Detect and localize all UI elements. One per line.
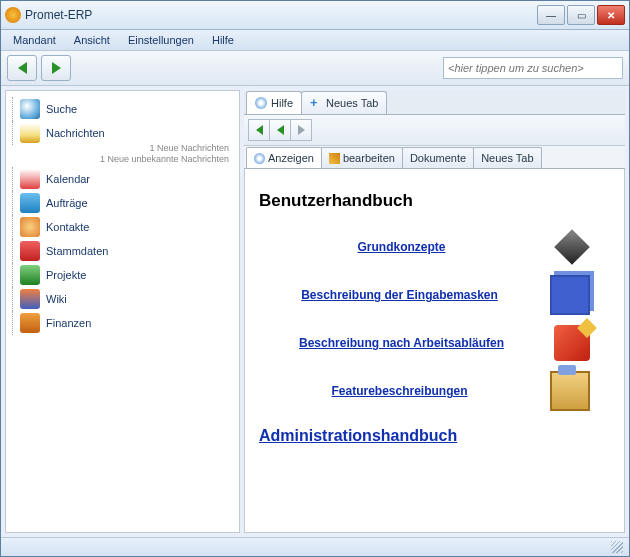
sidebar-item-stammdaten[interactable]: Stammdaten	[10, 239, 235, 263]
arrow-left-icon	[18, 62, 27, 74]
link-grundkonzepte[interactable]: Grundkonzepte	[259, 240, 544, 254]
sidebar: Suche Nachrichten 1 Neue Nachrichten 1 N…	[5, 90, 240, 533]
link-administrationshandbuch[interactable]: Administrationshandbuch	[259, 427, 610, 445]
content-area: Benutzerhandbuch Grundkonzepte Beschreib…	[244, 169, 625, 533]
page-title: Benutzerhandbuch	[259, 191, 610, 211]
projects-icon	[20, 265, 40, 285]
window-title: Promet-ERP	[25, 8, 537, 22]
sidebar-item-nachrichten[interactable]: Nachrichten	[10, 121, 235, 145]
sidebar-label: Projekte	[46, 269, 86, 281]
plus-icon: +	[310, 97, 322, 109]
menu-ansicht[interactable]: Ansicht	[66, 32, 118, 48]
edit-icon	[329, 153, 340, 164]
arrow-right-icon	[298, 125, 305, 135]
subtab-label: bearbeiten	[343, 152, 395, 164]
link-eingabemasken[interactable]: Beschreibung der Eingabemasken	[259, 288, 540, 302]
sidebar-label: Wiki	[46, 293, 67, 305]
search-input[interactable]	[443, 57, 623, 79]
sidebar-label: Finanzen	[46, 317, 91, 329]
nav-back-button[interactable]	[7, 55, 37, 81]
subtab-bearbeiten[interactable]: bearbeiten	[321, 147, 403, 168]
app-window: Promet-ERP — ▭ ✕ Mandant Ansicht Einstel…	[0, 0, 630, 557]
sidebar-item-suche[interactable]: Suche	[10, 97, 235, 121]
cube-icon	[554, 229, 590, 265]
sidebar-item-auftraege[interactable]: Aufträge	[10, 191, 235, 215]
subtabs: Anzeigen bearbeiten Dokumente Neues Tab	[244, 146, 625, 169]
resize-grip-icon[interactable]	[611, 541, 623, 553]
sidebar-item-wiki[interactable]: Wiki	[10, 287, 235, 311]
contacts-icon	[20, 217, 40, 237]
arrow-right-icon	[52, 62, 61, 74]
toolbar	[1, 51, 629, 86]
sidebar-label: Aufträge	[46, 197, 88, 209]
subtab-label: Anzeigen	[268, 152, 314, 164]
subtab-label: Dokumente	[410, 152, 466, 164]
subtab-anzeigen[interactable]: Anzeigen	[246, 147, 322, 168]
subtab-dokumente[interactable]: Dokumente	[402, 147, 474, 168]
link-arbeitsablaeufe[interactable]: Beschreibung nach Arbeitsabläufen	[259, 336, 544, 350]
tab-label: Neues Tab	[326, 97, 378, 109]
sidebar-label: Kalendar	[46, 173, 90, 185]
main-panel: Hilfe +Neues Tab Anzeigen bearbeiten Dok…	[244, 90, 625, 533]
sidebar-item-projekte[interactable]: Projekte	[10, 263, 235, 287]
nav-forward-button[interactable]	[41, 55, 71, 81]
arrow-left-icon	[277, 125, 284, 135]
titlebar: Promet-ERP — ▭ ✕	[1, 1, 629, 30]
view-icon	[254, 153, 265, 164]
link-featurebeschreibungen[interactable]: Featurebeschreibungen	[259, 384, 540, 398]
nav2-forward-button[interactable]	[290, 119, 312, 141]
subtab-neues[interactable]: Neues Tab	[473, 147, 541, 168]
menubar: Mandant Ansicht Einstellungen Hilfe	[1, 30, 629, 51]
arrow-left-icon	[256, 125, 263, 135]
menu-mandant[interactable]: Mandant	[5, 32, 64, 48]
search-icon	[20, 99, 40, 119]
sidebar-label: Suche	[46, 103, 77, 115]
app-icon	[5, 7, 21, 23]
maximize-button[interactable]: ▭	[567, 5, 595, 25]
tab-neues[interactable]: +Neues Tab	[301, 91, 387, 114]
menu-hilfe[interactable]: Hilfe	[204, 32, 242, 48]
tab-hilfe[interactable]: Hilfe	[246, 91, 302, 114]
sidebar-item-finanzen[interactable]: Finanzen	[10, 311, 235, 335]
calendar-icon	[20, 169, 40, 189]
content-navbar	[244, 115, 625, 146]
wiki-icon	[20, 289, 40, 309]
subtab-label: Neues Tab	[481, 152, 533, 164]
windows-icon	[550, 275, 590, 315]
sidebar-label: Stammdaten	[46, 245, 108, 257]
mail-icon	[20, 123, 40, 143]
sidebar-item-kalendar[interactable]: Kalendar	[10, 167, 235, 191]
sidebar-label: Nachrichten	[46, 127, 105, 139]
close-button[interactable]: ✕	[597, 5, 625, 25]
edit-note-icon	[554, 325, 590, 361]
finance-icon	[20, 313, 40, 333]
sidebar-subtext: 1 Neue unbekannte Nachrichten	[10, 154, 235, 165]
nav2-back-button[interactable]	[269, 119, 291, 141]
info-icon	[255, 97, 267, 109]
tabs: Hilfe +Neues Tab	[244, 90, 625, 115]
package-icon	[550, 371, 590, 411]
menu-einstellungen[interactable]: Einstellungen	[120, 32, 202, 48]
statusbar	[1, 537, 629, 556]
nav2-first-button[interactable]	[248, 119, 270, 141]
minimize-button[interactable]: —	[537, 5, 565, 25]
orders-icon	[20, 193, 40, 213]
sidebar-label: Kontakte	[46, 221, 89, 233]
sidebar-item-kontakte[interactable]: Kontakte	[10, 215, 235, 239]
tab-label: Hilfe	[271, 97, 293, 109]
masterdata-icon	[20, 241, 40, 261]
